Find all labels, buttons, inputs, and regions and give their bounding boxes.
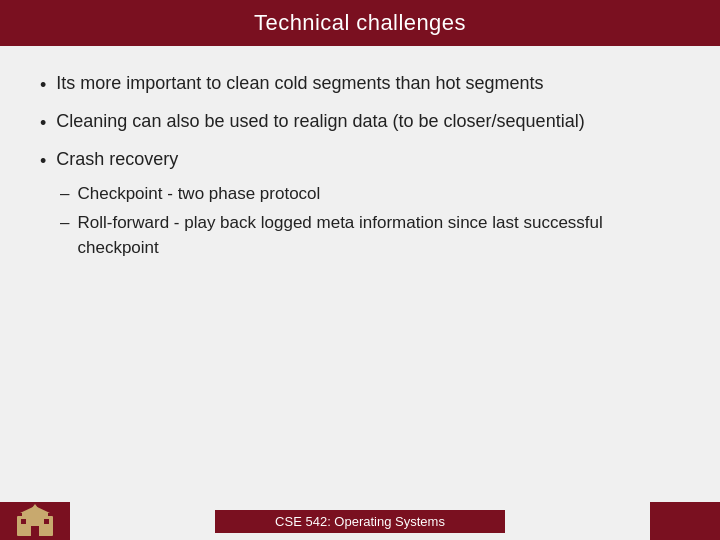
slide-container: Technical challenges • Its more importan… <box>0 0 720 540</box>
footer: CSE 542: Operating Systems <box>0 502 720 540</box>
bullet-list: • Its more important to clean cold segme… <box>40 70 680 270</box>
bullet-item-2: • Cleaning can also be used to realign d… <box>40 108 680 136</box>
slide-title: Technical challenges <box>0 0 720 46</box>
footer-label: CSE 542: Operating Systems <box>215 510 505 533</box>
bullet-dot-2: • <box>40 110 46 136</box>
bullet-text-1: Its more important to clean cold segment… <box>56 70 680 96</box>
sub-bullet-item-1: – Checkpoint - two phase protocol <box>60 182 680 207</box>
bullet-dot-3: • <box>40 148 46 174</box>
svg-marker-7 <box>32 504 38 508</box>
svg-rect-5 <box>44 519 49 524</box>
sub-bullet-item-2: – Roll-forward - play back logged meta i… <box>60 211 680 260</box>
bullet-item-1: • Its more important to clean cold segme… <box>40 70 680 98</box>
footer-middle-block: CSE 542: Operating Systems <box>70 502 650 540</box>
footer-left-block <box>0 502 70 540</box>
sub-dash-1: – <box>60 182 69 207</box>
svg-rect-6 <box>32 508 38 513</box>
bullet-text-3: Crash recovery <box>56 146 178 172</box>
sub-dash-2: – <box>60 211 69 236</box>
bullet-item-3: • Crash recovery – Checkpoint - two phas… <box>40 146 680 260</box>
svg-rect-3 <box>31 526 39 536</box>
content-area: • Its more important to clean cold segme… <box>0 46 720 502</box>
sub-text-1: Checkpoint - two phase protocol <box>77 182 680 207</box>
sub-text-2: Roll-forward - play back logged meta inf… <box>77 211 680 260</box>
bullet-text-2: Cleaning can also be used to realign dat… <box>56 108 680 134</box>
sub-bullet-list: – Checkpoint - two phase protocol – Roll… <box>60 182 680 260</box>
bullet-dot-1: • <box>40 72 46 98</box>
footer-right-block <box>650 502 720 540</box>
university-logo <box>12 504 58 538</box>
svg-rect-4 <box>21 519 26 524</box>
